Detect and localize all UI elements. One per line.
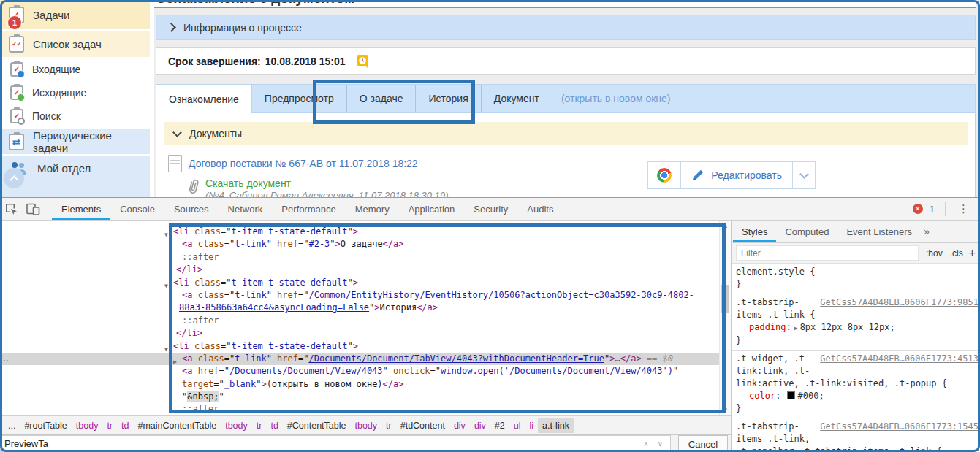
styles-tab-computed[interactable]: Computed	[776, 221, 837, 242]
toggle-class-button[interactable]: .cls	[950, 248, 963, 258]
breadcrumb-tbody[interactable]: tbody	[72, 418, 103, 433]
breadcrumb-#rootTable[interactable]: #rootTable	[20, 418, 71, 433]
css-selector[interactable]: .t-widget, .t-	[736, 353, 810, 365]
device-toolbar-icon[interactable]	[22, 198, 44, 220]
open-in-new-window-link[interactable]: (открыть в новом окне)	[561, 85, 671, 112]
href-link[interactable]: /Documents/Document/View/4043	[229, 366, 383, 376]
breadcrumb-td[interactable]: td	[266, 418, 282, 433]
stylesheet-source-link[interactable]: GetCss57A4D48EB…0606F1773:4513	[814, 353, 979, 365]
breadcrumb-#tdContent[interactable]: #tdContent	[396, 418, 449, 433]
tab-история[interactable]: История	[416, 85, 481, 112]
dom-tree-line-15[interactable]: ::after	[0, 403, 719, 415]
breadcrumb-div[interactable]: div	[470, 418, 490, 433]
dom-tree-line-6[interactable]: <a class="t-link" href="/Common/EntityHi…	[0, 289, 719, 302]
css-declaration-padding[interactable]: padding:▶8px 12px 8px 12px;	[736, 321, 979, 334]
open-in-browser-button[interactable]	[648, 162, 681, 188]
href-link[interactable]: /Common/EntityHistory/EventHistory/10506…	[308, 290, 694, 300]
devtools-tab-console[interactable]: Console	[110, 198, 164, 220]
breadcrumb-tbody[interactable]: tbody	[221, 418, 252, 433]
sidebar-item-5[interactable]: ✓Поиск	[0, 104, 150, 128]
sidebar-item-6[interactable]: ⇄Периодические задачи	[0, 128, 150, 154]
breadcrumb-ul[interactable]: ul	[509, 418, 525, 433]
dom-tree-line-11[interactable]: ‥▶<a class="t-link" href="/Documents/Doc…	[0, 353, 719, 365]
css-property-name[interactable]: color	[749, 391, 775, 401]
dom-tree-line-12[interactable]: <a href="/Documents/Document/View/4043" …	[0, 365, 719, 378]
sidebar-item-2[interactable]: ✓✓Список задач	[0, 31, 150, 58]
dom-tree-line-9[interactable]: </li>	[0, 327, 719, 340]
css-selector[interactable]: element.style {	[736, 266, 815, 278]
stylesheet-source-link[interactable]: GetCss57A4D48EB…0606F1773:9851	[814, 296, 979, 309]
css-property-name[interactable]: padding	[749, 322, 786, 332]
tab-предпросмотр[interactable]: Предпросмотр	[252, 85, 347, 112]
color-swatch[interactable]	[787, 391, 795, 399]
breadcrumb-a.tlink[interactable]: a.t-link	[538, 418, 574, 433]
find-input[interactable]	[1, 438, 636, 449]
sidebar-collapse-button[interactable]	[4, 168, 24, 188]
toggle-pseudo-button[interactable]: :hov	[926, 248, 943, 258]
dom-tree-line-4[interactable]: </li>	[0, 264, 719, 276]
dom-tree-line-8[interactable]: ::after	[0, 315, 719, 327]
dom-tree-line-2[interactable]: <a class="t-link" href="#2-3">О задаче</…	[0, 238, 719, 250]
breadcrumb-...[interactable]: ...	[4, 418, 20, 433]
devtools-tab-sources[interactable]: Sources	[164, 198, 219, 220]
breadcrumb-#2[interactable]: #2	[490, 418, 509, 433]
elements-scrollbar[interactable]: ▲ ▼	[719, 221, 731, 415]
styles-filter-input[interactable]	[736, 245, 919, 261]
expand-shorthand-icon[interactable]: ▶	[794, 325, 798, 332]
devtools-tab-audits[interactable]: Audits	[517, 198, 563, 220]
dom-tree-line-1[interactable]: ▼<li class="t-item t-state-default">	[0, 226, 719, 238]
edit-dropdown-button[interactable]	[793, 162, 815, 188]
href-link[interactable]: 88a3-858663a64cc4&asyncLoading=False	[179, 302, 369, 313]
devtools-tab-performance[interactable]: Performance	[272, 198, 345, 220]
error-icon[interactable]: ✕	[913, 204, 923, 214]
breadcrumb-#mainContentTable[interactable]: #mainContentTable	[133, 418, 221, 433]
dom-tree-line-13[interactable]: target="_blank">(открыть в новом окне)</…	[0, 378, 719, 391]
css-selector[interactable]: .t-tabstrip-	[736, 296, 799, 309]
devtools-tab-application[interactable]: Application	[399, 198, 465, 220]
tab-документ[interactable]: Документ	[482, 85, 552, 112]
sidebar-item-1[interactable]: ✓Задачи1	[0, 0, 150, 31]
css-property-value[interactable]: #000;	[798, 391, 824, 401]
dom-tree-line-7[interactable]: 88a3-858663a64cc4&asyncLoading=False">Ис…	[0, 302, 719, 314]
breadcrumb-li[interactable]: li	[525, 418, 539, 433]
devtools-tab-elements[interactable]: Elements	[52, 198, 110, 220]
find-next-icon[interactable]: ∨	[658, 440, 663, 448]
find-previous-icon[interactable]: ∧	[643, 440, 648, 448]
edit-button[interactable]: Редактировать	[681, 162, 793, 188]
breadcrumb-div[interactable]: div	[449, 418, 470, 433]
cancel-button[interactable]: Cancel	[678, 435, 728, 452]
stylesheet-source-link[interactable]: GetCss57A4D48EB…0606F1773:1545	[814, 421, 979, 433]
scroll-down-icon[interactable]: ▼	[720, 407, 731, 413]
dom-tree-line-5[interactable]: ▼<li class="t-item t-state-default">	[0, 277, 719, 289]
sidebar-item-4[interactable]: ✓Исходящие	[0, 81, 150, 104]
href-link[interactable]: /Documents/Document/TabView/4043?withDoc…	[308, 353, 604, 364]
dom-tree-line-14[interactable]: "&nbsp;"	[0, 391, 719, 403]
dom-tree-line-10[interactable]: ▼<li class="t-item t-state-default">	[0, 340, 719, 353]
inspect-element-icon[interactable]	[0, 198, 22, 220]
tab-о-задаче[interactable]: О задаче	[347, 85, 417, 112]
tab-ознакомление[interactable]: Ознакомление	[156, 85, 252, 113]
styles-tab-event-listeners[interactable]: Event Listeners	[837, 221, 921, 242]
css-property-value[interactable]: 8px 12px 8px 12px;	[800, 322, 895, 332]
devtools-tab-security[interactable]: Security	[464, 198, 517, 220]
css-declaration-color[interactable]: color: #000;	[736, 390, 979, 402]
sidebar-item-3[interactable]: ✓Входящие	[0, 58, 150, 81]
href-link[interactable]: #2-3	[308, 239, 330, 249]
devtools-tab-network[interactable]: Network	[219, 198, 273, 220]
breadcrumb-tr[interactable]: tr	[252, 418, 267, 433]
documents-section-expander[interactable]: Документы	[164, 122, 968, 145]
styles-tab-styles[interactable]: Styles	[733, 221, 776, 242]
devtools-menu-icon[interactable]: ⋮	[956, 202, 971, 215]
new-style-rule-button[interactable]: +	[969, 247, 976, 260]
breadcrumb-td[interactable]: td	[117, 418, 133, 433]
reminder-clock-icon[interactable]	[356, 55, 370, 68]
process-info-expander[interactable]: Информация о процессе	[156, 15, 976, 40]
scrollbar-thumb[interactable]	[721, 285, 729, 313]
breadcrumb-tr[interactable]: tr	[381, 418, 396, 433]
breadcrumb-tr[interactable]: tr	[102, 418, 117, 433]
more-tabs-icon[interactable]: »	[924, 226, 930, 237]
scroll-up-icon[interactable]: ▲	[720, 223, 731, 229]
breadcrumb-#ContentTable[interactable]: #ContentTable	[283, 418, 351, 433]
download-document-link[interactable]: Скачать документ	[205, 177, 448, 189]
document-link[interactable]: Договор поставки № 667-АВ от 11.07.2018 …	[189, 158, 418, 169]
